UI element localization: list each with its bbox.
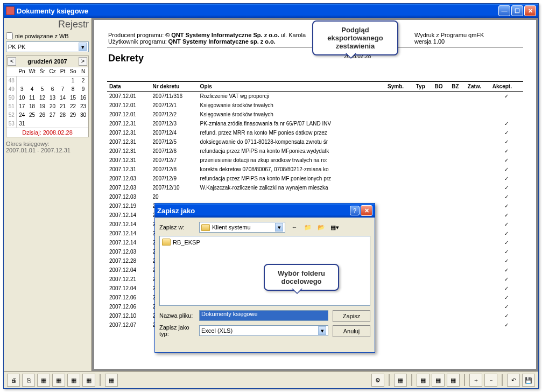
calendar-day[interactable] xyxy=(27,76,37,85)
tool-btn-4[interactable]: ▦ xyxy=(52,374,65,387)
calendar-day[interactable]: 15 xyxy=(68,93,78,102)
titlebar[interactable]: Dokumenty księgowe — ☐ ✕ xyxy=(4,4,538,18)
cal-today[interactable]: Dzisiaj: 2008.02.28 xyxy=(6,128,88,137)
calendar-day[interactable]: 3 xyxy=(17,85,27,93)
tool-btn-r3[interactable]: ▦ xyxy=(417,374,430,387)
wb-checkbox[interactable] xyxy=(6,32,13,39)
calendar-day[interactable]: 10 xyxy=(17,93,27,102)
calendar-grid[interactable]: PnWtŚrCzPtSoN 48124934567895010111213141… xyxy=(6,67,88,128)
tool-btn-3[interactable]: ▦ xyxy=(37,374,50,387)
calendar-day[interactable] xyxy=(47,119,58,128)
calendar-day[interactable]: 6 xyxy=(47,85,58,93)
calendar-day[interactable] xyxy=(68,119,78,128)
filename-input[interactable]: Dokumenty księgowe xyxy=(199,310,328,321)
dialog-close-button[interactable]: ✕ xyxy=(361,205,372,216)
period-value: 2007.01.01 - 2007.12.31 xyxy=(6,147,89,153)
tool-btn-7[interactable]: ▦ xyxy=(105,374,118,387)
calendar-day[interactable]: 24 xyxy=(17,110,27,119)
calendar-day[interactable]: 17 xyxy=(17,102,27,110)
minimize-button[interactable]: — xyxy=(498,5,510,16)
filetype-combo[interactable]: Excel (XLS) ▾ xyxy=(199,325,328,336)
table-row[interactable]: 2007.12.012007/12/1Księgowanie środków t… xyxy=(107,101,523,110)
calendar-day[interactable]: 28 xyxy=(58,110,68,119)
calendar-day[interactable]: 21 xyxy=(58,102,68,110)
tooltip-folder: Wybór folderu docelowego xyxy=(264,264,339,291)
calendar-day[interactable] xyxy=(58,119,68,128)
up-button[interactable]: 📁 xyxy=(302,222,314,233)
tool-btn-6[interactable]: ▦ xyxy=(82,374,95,387)
table-row[interactable]: 2007.12.312007/12/6refundacja przez MPiP… xyxy=(107,146,523,156)
calendar-day[interactable]: 14 xyxy=(58,93,68,102)
calendar-day[interactable] xyxy=(58,76,68,85)
calendar-day[interactable]: 7 xyxy=(58,85,68,93)
calendar: < grudzień 2007 > PnWtŚrCzPtSoN 48124934… xyxy=(6,55,89,137)
table-row[interactable]: 2007.12.312007/12/4refund. przez MRR na … xyxy=(107,128,523,137)
tool-btn-5[interactable]: ▦ xyxy=(67,374,80,387)
calendar-day[interactable] xyxy=(37,119,47,128)
table-row[interactable]: 2007.12.312007/12/5doksiegowanie do 0711… xyxy=(107,137,523,146)
tool-btn-r2[interactable]: ▦ xyxy=(394,374,407,387)
calendar-day[interactable]: 27 xyxy=(47,110,58,119)
table-row[interactable]: 2007.12.032007/12/9refundacja przez MPiP… xyxy=(107,174,523,183)
table-row[interactable]: 2007.12.312007/12/7przeniesienie dotacji… xyxy=(107,156,523,165)
calendar-day[interactable]: 13 xyxy=(47,93,58,102)
calendar-day[interactable]: 5 xyxy=(37,85,47,93)
table-row[interactable]: 2007.12.012007/11/316Rozliczenie VAT wg … xyxy=(107,92,523,101)
table-row[interactable]: 2007.12.0320✓ xyxy=(107,192,523,201)
maximize-button[interactable]: ☐ xyxy=(511,5,523,16)
calendar-day[interactable]: 16 xyxy=(78,93,88,102)
calendar-day[interactable]: 22 xyxy=(68,102,78,110)
save-button[interactable]: Zapisz xyxy=(333,310,370,322)
save-in-combo[interactable]: Klient systemu ▾ xyxy=(199,222,285,233)
calendar-day[interactable]: 26 xyxy=(37,110,47,119)
cancel-button[interactable]: Anuluj xyxy=(333,325,370,337)
table-row[interactable]: 2007.12.032007/12/10W.Kajszczak-rozlicze… xyxy=(107,183,523,192)
calendar-day[interactable]: 30 xyxy=(78,110,88,119)
calendar-day[interactable] xyxy=(47,76,58,85)
period-label: Okres księgowy: xyxy=(6,141,89,147)
folder-name: RB_EKSP xyxy=(173,239,200,246)
cal-next-button[interactable]: > xyxy=(79,57,87,66)
cal-prev-button[interactable]: < xyxy=(8,57,16,66)
calendar-day[interactable] xyxy=(78,119,88,128)
undo-button[interactable]: ↶ xyxy=(507,374,520,387)
calendar-day[interactable] xyxy=(17,76,27,85)
calendar-day[interactable]: 4 xyxy=(27,85,37,93)
calendar-day[interactable]: 31 xyxy=(17,119,27,128)
remove-button[interactable]: － xyxy=(484,374,497,387)
calendar-day[interactable]: 18 xyxy=(27,102,37,110)
new-folder-button[interactable]: 📂 xyxy=(315,222,327,233)
tool-btn-r1[interactable]: ⚙ xyxy=(371,374,384,387)
print-button[interactable]: 🖨 xyxy=(7,374,20,387)
calendar-day[interactable]: 9 xyxy=(78,85,88,93)
calendar-day[interactable]: 25 xyxy=(27,110,37,119)
help-button[interactable]: ? xyxy=(350,206,360,215)
close-button[interactable]: ✕ xyxy=(524,5,536,16)
calendar-day[interactable]: 23 xyxy=(78,102,88,110)
calendar-day[interactable] xyxy=(27,119,37,128)
view-button[interactable]: ▦▾ xyxy=(329,222,341,233)
back-button[interactable]: ← xyxy=(288,222,300,233)
table-row[interactable]: 2007.12.012007/12/2Księgowanie środków t… xyxy=(107,110,523,119)
wb-checkbox-label: nie powiązane z WB xyxy=(15,33,69,39)
register-combo[interactable]: PK PK ▾ xyxy=(6,41,89,52)
calendar-day[interactable]: 11 xyxy=(27,93,37,102)
table-row[interactable]: 2007.12.312007/12/8korekta dekretow 0708… xyxy=(107,165,523,174)
calendar-day[interactable]: 19 xyxy=(37,102,47,110)
calendar-day[interactable] xyxy=(37,76,47,85)
save-button[interactable]: 💾 xyxy=(522,374,535,387)
chevron-down-icon: ▾ xyxy=(318,326,326,335)
calendar-day[interactable]: 20 xyxy=(47,102,58,110)
export-button[interactable]: ⎘ xyxy=(22,374,35,387)
tool-btn-r5[interactable]: ▦ xyxy=(447,374,460,387)
tool-btn-r4[interactable]: ▦ xyxy=(432,374,445,387)
add-button[interactable]: ＋ xyxy=(469,374,482,387)
table-row[interactable]: 2007.12.312007/12/3PK-zmiana zródła fina… xyxy=(107,119,523,128)
calendar-day[interactable]: 1 xyxy=(68,76,78,85)
calendar-day[interactable]: 2 xyxy=(78,76,88,85)
calendar-day[interactable]: 29 xyxy=(68,110,78,119)
calendar-day[interactable]: 12 xyxy=(37,93,47,102)
calendar-day[interactable]: 8 xyxy=(68,85,78,93)
filetype-label: Zapisz jako typ: xyxy=(159,324,196,337)
folder-item[interactable]: RB_EKSP xyxy=(162,239,368,246)
